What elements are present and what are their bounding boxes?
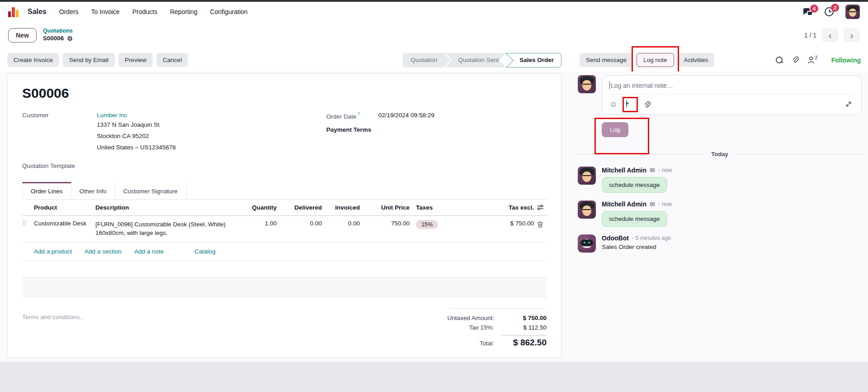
breadcrumb-quotations-link[interactable]: Quotations [43,28,73,35]
cell-unit-price[interactable]: 750.00 [360,220,410,227]
control-panel: Create Invoice Send by Email Preview Can… [0,49,868,72]
cell-quantity[interactable]: 1.00 [245,220,277,227]
activities-badge: 2 [831,4,839,12]
user-avatar[interactable] [845,5,860,19]
cell-delivered[interactable]: 0.00 [277,220,322,227]
col-invoiced[interactable]: Invoiced [322,204,360,211]
log-note-composer[interactable]: Log an internal note… [602,75,862,115]
tax-badge[interactable]: 15% [416,220,438,229]
tab-order-lines[interactable]: Order Lines [22,182,71,199]
email-envelope-icon [650,167,655,174]
composer-avatar [578,75,596,93]
tax-value: $ 112.50 [501,324,547,331]
page-title: S00006 [22,86,547,101]
log-note-button[interactable]: Log note [637,53,674,67]
empty-table-row [22,297,547,307]
message-time: - now [658,167,672,173]
nav-item-reporting[interactable]: Reporting [170,8,198,15]
composer-placeholder: Log an internal note… [611,82,673,89]
add-a-note-link[interactable]: Add a note [134,248,164,255]
customer-link[interactable]: Lumber Inc [97,112,127,119]
payment-terms-label: Payment Terms [326,126,378,133]
tax-label: Tax 15%: [469,324,494,331]
cell-invoiced[interactable]: 0.00 [322,220,360,227]
message-body: Sales Order created [602,244,671,250]
messages-icon[interactable]: 4 [803,8,813,16]
pager-next-button[interactable] [844,29,860,42]
followers-icon[interactable]: 2 [807,56,818,64]
cell-product[interactable]: Customizable Desk [34,220,95,227]
statusbar-step-quotation-sent[interactable]: Quotation Sent [444,53,506,67]
message-time: - now [658,201,672,207]
pager-counter: 1 / 1 [804,32,816,39]
nav-item-products[interactable]: Products [132,8,157,15]
following-toggle[interactable]: Following [831,57,861,64]
attach-file-icon[interactable] [643,101,651,109]
order-date-field[interactable]: 02/19/2024 09:58:29 [378,112,434,120]
add-a-section-link[interactable]: Add a section [85,248,122,255]
col-description[interactable]: Description [95,204,245,211]
sales-app-icon[interactable] [8,6,19,17]
total-label: Total: [480,340,494,347]
col-taxes[interactable]: Taxes [410,204,471,211]
cell-description-line1[interactable]: [FURN_0096] Customizable Desk (Steel, Wh… [95,220,245,229]
optional-columns-icon[interactable] [534,204,547,210]
activities-clock-icon[interactable]: 2 [825,7,834,16]
message-item: Mitchell Admin - now schedule message [578,201,862,227]
message-note-body: schedule message [602,211,667,227]
customer-address-line: United States – US12345678 [97,143,176,153]
delete-row-icon[interactable] [534,220,547,228]
new-button[interactable]: New [8,28,37,43]
schedule-message-clock-icon[interactable] [626,100,634,109]
nav-item-configuration[interactable]: Configuration [210,8,248,15]
message-item: Mitchell Admin - now schedule message [578,167,862,193]
message-avatar [578,201,596,219]
col-quantity[interactable]: Quantity [245,204,277,211]
send-message-button[interactable]: Send message [580,53,633,67]
col-tax-excl[interactable]: Tax excl. [471,204,534,211]
col-product[interactable]: Product [34,204,95,211]
terms-and-conditions-field[interactable]: Terms and conditions... [22,308,85,349]
send-by-email-button[interactable]: Send by Email [63,53,115,67]
col-delivered[interactable]: Delivered [277,204,322,211]
col-unit-price[interactable]: Unit Price [360,204,410,211]
customer-address-line: Stockton CA 95202 [97,132,149,141]
total-value: $ 862.50 [501,335,547,348]
catalog-link[interactable]: Catalog [194,248,216,255]
person-icon [807,56,815,64]
attachments-icon[interactable] [792,56,799,64]
tab-customer-signature[interactable]: Customer Signature [115,182,186,199]
add-a-product-link[interactable]: Add a product [34,248,72,255]
totals-block: Untaxed Amount: $ 750.00 Tax 15%: $ 112.… [395,308,547,349]
message-note-body: schedule message [602,177,667,193]
email-envelope-icon [650,201,655,208]
statusbar-step-quotation[interactable]: Quotation [403,53,445,67]
settings-gear-icon[interactable] [67,35,73,43]
pager-previous-button[interactable] [822,29,838,42]
odoobot-avatar [578,234,596,253]
breadcrumb-bar: New Quotations S00006 1 / 1 [0,22,868,49]
create-invoice-button[interactable]: Create Invoice [7,53,59,67]
nav-item-orders[interactable]: Orders [59,8,79,15]
empty-table-row [22,277,547,297]
preview-button[interactable]: Preview [118,53,153,67]
statusbar-step-sales-order[interactable]: Sales Order [506,53,561,67]
emoji-icon[interactable] [609,100,617,109]
cancel-button[interactable]: Cancel [156,53,188,67]
expand-composer-icon[interactable] [845,100,852,109]
activities-button[interactable]: Activities [678,53,714,67]
app-name[interactable]: Sales [28,8,47,16]
log-button[interactable]: Log [602,122,628,137]
drag-handle-icon[interactable] [22,220,34,227]
nav-item-to-invoice[interactable]: To Invoice [91,8,120,15]
untaxed-amount-label: Untaxed Amount: [447,315,494,321]
cell-description-line2[interactable]: 160x80cm, with large legs. [95,229,245,238]
search-messages-icon[interactable] [775,56,783,64]
breadcrumb-current-record: S00006 [43,35,64,43]
text-cursor [609,81,610,89]
message-avatar [578,167,596,185]
messages-badge: 4 [810,5,818,13]
tab-other-info[interactable]: Other Info [71,182,115,199]
order-date-label: Order Date? [326,112,378,120]
help-icon: ? [358,112,360,117]
